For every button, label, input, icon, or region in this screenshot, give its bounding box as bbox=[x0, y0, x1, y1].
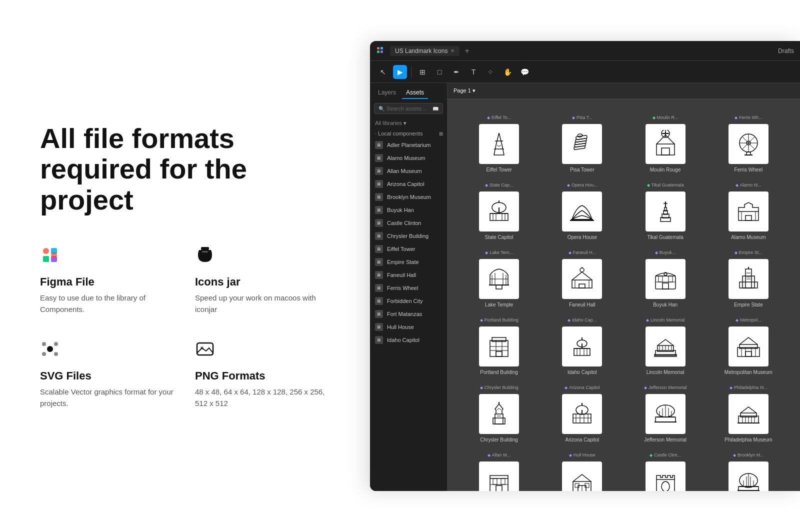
item-icon: 🏛 bbox=[375, 245, 383, 253]
icon-cell-metropolitan[interactable]: ◆ Metropol... bbox=[707, 312, 790, 379]
icon-cell-empire-state[interactable]: ◆ Empire St... bbox=[707, 244, 790, 312]
close-icon[interactable]: ✕ bbox=[450, 48, 454, 54]
icon-cell-lake-temple[interactable]: ◆ Lake Tem... bbox=[458, 244, 540, 312]
list-item[interactable]: 🏛 Brooklyn Museum bbox=[370, 190, 447, 204]
icon-cell-portland-building[interactable]: ◆ Portland Building bbox=[458, 312, 540, 379]
icon-cell-jefferson-memorial[interactable]: ◆ Jefferson Memorial bbox=[624, 379, 707, 446]
icon-cell-brooklyn-museum[interactable]: ◆ Brooklyn M... bbox=[707, 446, 790, 491]
tab-layers[interactable]: Layers bbox=[374, 87, 400, 99]
icon-cell-idaho-capitol[interactable]: ◆ Idaho Cap... bbox=[540, 312, 624, 379]
svg-rect-89 bbox=[492, 338, 506, 342]
icon-cell-ferris-wheel[interactable]: ◆ Ferris Wh... bbox=[707, 109, 790, 176]
icon-brooklyn-museum bbox=[728, 462, 768, 491]
list-item[interactable]: 🏛 Forbidden City bbox=[370, 294, 447, 308]
icons-grid: ◆ Eiffel To... Eiffel Tower ◆ bbox=[448, 99, 800, 491]
icon-cell-opera-house[interactable]: ◆ Opera Hou... Opera House bbox=[540, 176, 624, 244]
list-item[interactable]: 🏛 Hull House bbox=[370, 320, 447, 334]
icon-state-capitol bbox=[479, 192, 519, 232]
feature-png: PNG Formats 48 x 48, 64 x 64, 128 x 128,… bbox=[195, 339, 330, 409]
list-item[interactable]: 🏛 Ferris Wheel bbox=[370, 282, 447, 294]
list-item[interactable]: 🏛 Chrysler Building bbox=[370, 230, 447, 242]
local-components-section: · Local components ⊞ bbox=[370, 128, 447, 138]
list-item[interactable]: 🏛 Buyuk Han bbox=[370, 204, 447, 216]
svg-rect-16 bbox=[377, 50, 380, 53]
all-libraries-section[interactable]: All libraries ▾ bbox=[370, 118, 447, 128]
icon-cell-buyuk-han[interactable]: ◆ Buyuk... B bbox=[624, 244, 707, 312]
figma-icon bbox=[40, 245, 175, 270]
png-desc: 48 x 48, 64 x 64, 128 x 128, 256 x 256, … bbox=[195, 386, 330, 409]
item-icon: 🏛 bbox=[375, 284, 383, 292]
icon-cell-faneuil-hall[interactable]: ◆ Faneuil H... bbox=[540, 244, 624, 312]
svg-point-8 bbox=[42, 342, 46, 346]
shape-tool-button[interactable]: □ bbox=[432, 65, 446, 79]
icon-faneuil-hall bbox=[562, 259, 602, 299]
list-item[interactable]: 🏛 Alamo Museum bbox=[370, 152, 447, 164]
icon-cell-allan-museum[interactable]: ◆ Allan M... bbox=[458, 446, 540, 491]
svg-rect-80 bbox=[662, 283, 668, 289]
icon-cell-eiffel-tower[interactable]: ◆ Eiffel To... Eiffel Tower bbox=[458, 109, 540, 176]
list-item[interactable]: 🏛 Eiffel Tower bbox=[370, 242, 447, 256]
figma-title: Figma File bbox=[40, 276, 175, 288]
tab-assets[interactable]: Assets bbox=[402, 87, 428, 99]
grid-view-icon[interactable]: ⊞ bbox=[439, 131, 443, 136]
list-item[interactable]: 🏛 Fort Matanzas bbox=[370, 308, 447, 320]
svg-rect-153 bbox=[496, 486, 502, 491]
icon-cell-pisa-tower[interactable]: ◆ Pisa T... Pisa Tower bbox=[540, 109, 624, 176]
list-item[interactable]: 🏛 Idaho Capitol bbox=[370, 334, 447, 346]
icon-name: State Capitol bbox=[484, 234, 513, 240]
figma-tab[interactable]: US Landmark Icons ✕ bbox=[390, 46, 460, 56]
svg-point-9 bbox=[54, 342, 58, 346]
icon-cell-philadelphia-museum[interactable]: ◆ Philadelphia M... bbox=[707, 379, 790, 446]
icon-cell-arizona-capitol[interactable]: ◆ Arizona Capitol bbox=[540, 379, 624, 446]
list-item[interactable]: 🏛 Empire State bbox=[370, 256, 447, 268]
page-tab[interactable]: Page 1 ▾ bbox=[454, 88, 476, 94]
icon-chrysler-building bbox=[479, 394, 519, 434]
components-button[interactable]: ⁘ bbox=[484, 65, 498, 79]
pen-tool-button[interactable]: ✒ bbox=[450, 65, 464, 79]
hand-tool-button[interactable]: ✋ bbox=[500, 65, 514, 79]
sidebar-tabs: Layers Assets bbox=[370, 83, 447, 99]
svg-rect-0 bbox=[43, 248, 49, 254]
item-icon: 🏛 bbox=[375, 323, 383, 331]
svg-rect-88 bbox=[490, 340, 508, 356]
item-icon: 🏛 bbox=[375, 141, 383, 149]
icon-cell-lincoln-memorial[interactable]: ◆ Lincoln Memorial bbox=[624, 312, 707, 379]
icon-ferris-wheel bbox=[728, 124, 768, 164]
icon-cell-chrysler-building[interactable]: ◆ Chrysler Building Chrysler B bbox=[458, 379, 540, 446]
list-item[interactable]: 🏛 Faneuil Hall bbox=[370, 268, 447, 282]
icon-eiffel-tower bbox=[479, 124, 519, 164]
select-tool-button[interactable]: ▶ bbox=[393, 65, 407, 79]
list-item[interactable]: 🏛 Allan Museum bbox=[370, 164, 447, 178]
search-placeholder: Search assets... bbox=[386, 106, 426, 112]
list-item[interactable]: 🏛 Arizona Capitol bbox=[370, 178, 447, 190]
icon-name: Jefferson Memorial bbox=[644, 437, 686, 442]
icon-cell-castle-clinton[interactable]: ◆ Castle Clint... Castle Clinton bbox=[624, 446, 707, 491]
figma-left-sidebar: Layers Assets 🔍 Search assets... 📖 All l… bbox=[370, 83, 448, 491]
svg-rect-79 bbox=[668, 276, 672, 282]
text-tool-button[interactable]: T bbox=[466, 65, 480, 79]
icon-cell-alamo-museum[interactable]: ◆ Alamo M... Alamo Museum bbox=[707, 176, 790, 244]
icon-cell-state-capitol[interactable]: ◆ State Cap... bbox=[458, 176, 540, 244]
icon-portland-building bbox=[479, 326, 519, 366]
assets-search[interactable]: 🔍 Search assets... 📖 bbox=[374, 103, 443, 114]
figma-main: Layers Assets 🔍 Search assets... 📖 All l… bbox=[370, 83, 800, 491]
icon-cell-hull-house[interactable]: ◆ Hull House Hull House bbox=[540, 446, 624, 491]
icon-name: Chrysler Building bbox=[480, 437, 518, 442]
canvas-content: ◆ Eiffel To... Eiffel Tower ◆ bbox=[448, 99, 800, 491]
item-icon: 🏛 bbox=[375, 167, 383, 175]
item-icon: 🏛 bbox=[375, 336, 383, 344]
list-item[interactable]: 🏛 Adler Planetarium bbox=[370, 138, 447, 152]
figma-toolbar: ↖ ▶ ⊞ □ ✒ T ⁘ ✋ 💬 bbox=[370, 61, 800, 83]
icon-castle-clinton bbox=[646, 462, 686, 491]
comment-tool-button[interactable]: 💬 bbox=[518, 65, 532, 79]
list-item[interactable]: 🏛 Castle Clinton bbox=[370, 216, 447, 230]
item-icon: 🏛 bbox=[375, 297, 383, 305]
icon-cell-tikal-guatemala[interactable]: ◆ Tikal Guatemala Tikal Guatem bbox=[624, 176, 707, 244]
icon-cell-moulin-rouge[interactable]: ◆ Moulin R... bbox=[624, 109, 707, 176]
frame-tool-button[interactable]: ⊞ bbox=[416, 65, 430, 79]
svg-point-25 bbox=[578, 134, 583, 137]
icon-opera-house bbox=[562, 192, 602, 232]
add-tab-button[interactable]: + bbox=[464, 46, 469, 56]
move-tool-button[interactable]: ↖ bbox=[376, 65, 390, 79]
icon-allan-museum bbox=[479, 462, 519, 491]
